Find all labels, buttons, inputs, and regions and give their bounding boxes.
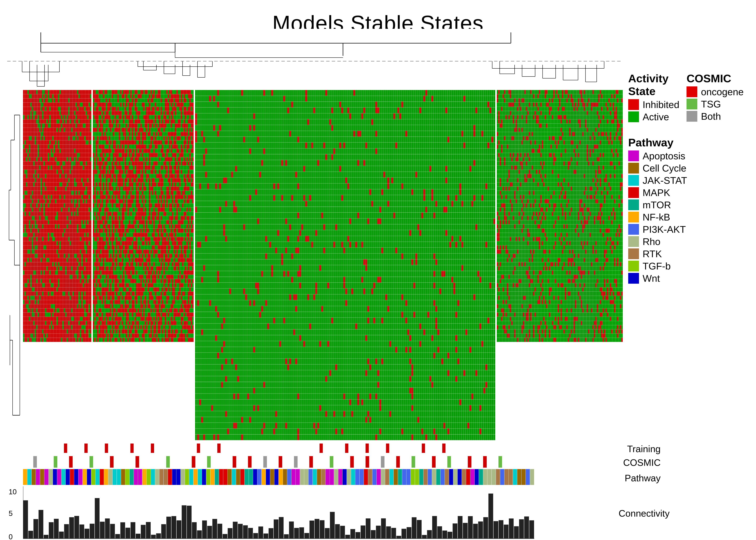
heatmap-canvas-1 — [23, 90, 91, 342]
connectivity-label: Connectivity — [619, 508, 670, 519]
nfkb-text: NF-kB — [643, 211, 670, 223]
pathway-title: Pathway — [628, 136, 743, 149]
legend-mapk: MAPK — [628, 187, 743, 198]
heatmap-canvas-2 — [93, 90, 194, 342]
main-container: Training COSMIC Pathway 10 5 0 Connectiv… — [7, 29, 749, 536]
legend-tsg: TSG — [687, 98, 744, 110]
pathway-annotation-canvas — [23, 469, 534, 485]
heatmap-canvas-3 — [195, 90, 495, 440]
both-swatch — [687, 111, 697, 122]
legend-cell-cycle: Cell Cycle — [628, 163, 743, 174]
training-annotation-canvas — [23, 442, 534, 455]
mapk-text: MAPK — [643, 187, 670, 198]
row-dendrogram-svg — [7, 90, 22, 440]
tsg-swatch — [687, 99, 697, 109]
legend-rho: Rho — [628, 236, 743, 247]
dendrogram-svg — [7, 29, 623, 90]
heatmap-block-3 — [195, 90, 495, 440]
mapk-swatch — [628, 187, 639, 198]
legend-apoptosis: Apoptosis — [628, 150, 743, 162]
legend-inhibited: Inhibited — [628, 99, 679, 110]
legend-rtk: RTK — [628, 248, 743, 259]
heatmap-block-2 — [93, 90, 194, 440]
nfkb-swatch — [628, 212, 639, 222]
rtk-swatch — [628, 248, 639, 259]
active-swatch — [628, 111, 639, 122]
cosmic-row: COSMIC — [23, 456, 623, 469]
row-dendrogram — [7, 90, 22, 440]
rtk-text: RTK — [643, 248, 662, 259]
tgfb-text: TGF-b — [643, 260, 671, 272]
cosmic-legend: COSMIC oncogene TSG Both — [687, 68, 744, 123]
legend-wnt: Wnt — [628, 273, 743, 284]
heatmap-canvas-4 — [497, 90, 623, 342]
inhibited-text: Inhibited — [643, 99, 679, 110]
oncogene-text: oncogene — [701, 86, 744, 97]
activity-state-legend: Activity State Inhibited Active — [628, 68, 679, 123]
legend-jak-stat: JAK-STAT — [628, 175, 743, 186]
mtor-swatch — [628, 200, 639, 210]
pi3k-text: PI3K-AKT — [643, 224, 686, 235]
heatmap-area: Training COSMIC Pathway 10 5 0 Connectiv… — [7, 29, 623, 536]
legend-active: Active — [628, 111, 679, 122]
apoptosis-swatch — [628, 151, 639, 161]
training-label: Training — [627, 444, 661, 454]
connectivity-canvas — [23, 486, 534, 540]
training-row: Training — [23, 442, 623, 455]
legend-nfkb: NF-kB — [628, 211, 743, 223]
inhibited-swatch — [628, 99, 639, 110]
rho-swatch — [628, 236, 639, 247]
jak-stat-text: JAK-STAT — [643, 175, 687, 186]
active-text: Active — [643, 111, 669, 122]
cosmic-title: COSMIC — [687, 72, 744, 85]
dendrogram-top — [7, 29, 623, 90]
heatmap-block-1 — [23, 90, 91, 440]
tsg-text: TSG — [701, 98, 721, 110]
connectivity-section: 10 5 0 Connectivity — [23, 486, 623, 540]
legend-both: Both — [687, 111, 744, 122]
rho-text: Rho — [643, 236, 661, 247]
wnt-text: Wnt — [643, 273, 660, 284]
heatmap-row — [7, 90, 623, 440]
cosmic-annotation-canvas — [23, 456, 534, 469]
pi3k-swatch — [628, 224, 639, 235]
pathway-label: Pathway — [625, 473, 661, 483]
pathway-row: Pathway — [23, 469, 623, 485]
y-0: 0 — [9, 533, 13, 540]
cell-cycle-swatch — [628, 163, 639, 174]
pathway-legend: Pathway Apoptosis Cell Cycle JAK-STAT MA… — [628, 132, 743, 285]
y-5: 5 — [9, 510, 13, 517]
activity-state-title: Activity State — [628, 72, 679, 97]
cosmic-annotation-label: COSMIC — [623, 457, 661, 468]
jak-stat-swatch — [628, 175, 639, 186]
annotations-section: Training COSMIC Pathway — [23, 442, 623, 485]
legend-pi3k: PI3K-AKT — [628, 224, 743, 235]
legend-oncogene: oncogene — [687, 86, 744, 97]
both-text: Both — [701, 111, 721, 122]
y-10: 10 — [9, 488, 17, 495]
tgfb-swatch — [628, 261, 639, 271]
cell-cycle-text: Cell Cycle — [643, 163, 686, 174]
apoptosis-text: Apoptosis — [643, 150, 685, 162]
legend-top-row: Activity State Inhibited Active COSMIC o… — [628, 68, 743, 123]
legend-tgfb: TGF-b — [628, 260, 743, 272]
wnt-swatch — [628, 273, 639, 284]
heatmap-block-4 — [497, 90, 623, 440]
legend-mtor: mTOR — [628, 199, 743, 210]
mtor-text: mTOR — [643, 199, 671, 210]
oncogene-swatch — [687, 86, 697, 97]
